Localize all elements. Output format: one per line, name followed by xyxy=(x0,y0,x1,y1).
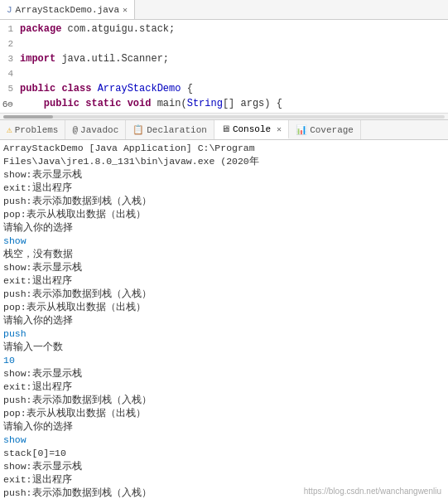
tab-console-label: Console xyxy=(233,124,271,134)
editor-tab-label: ArrayStackDemo.java xyxy=(16,5,119,15)
code-line-4: 4 xyxy=(0,66,448,81)
tab-javadoc[interactable]: @ Javadoc xyxy=(65,120,126,139)
coverage-icon: 📊 xyxy=(296,124,307,135)
console-header-line: ArrayStackDemo [Java Application] C:\Pro… xyxy=(3,142,445,168)
line-number: 1 xyxy=(0,24,20,34)
watermark: https://blog.csdn.net/wanchangwenliu xyxy=(304,487,441,496)
editor-tab-bar: J ArrayStackDemo.java ✕ xyxy=(0,0,448,20)
console-line: show:表示显示栈 xyxy=(3,367,445,380)
tab-coverage-label: Coverage xyxy=(310,125,354,135)
tab-declaration-label: Declaration xyxy=(147,125,207,135)
console-line: 栈空，没有数据 xyxy=(3,248,445,261)
line-number: 5 xyxy=(0,84,20,94)
tab-console[interactable]: 🖥 Console ✕ xyxy=(214,120,289,139)
console-line: stack[0]=10 xyxy=(3,447,445,460)
javadoc-icon: @ xyxy=(72,125,78,135)
console-line: exit:退出程序 xyxy=(3,380,445,394)
console-line: 请输入你的选择 xyxy=(3,420,445,434)
console-line: 请输入一个数 xyxy=(3,341,445,354)
console-line: show xyxy=(3,434,445,447)
console-line: push:表示添加数据到栈（入栈） xyxy=(3,394,445,407)
declaration-icon: 📋 xyxy=(132,124,144,135)
scrollbar-track xyxy=(3,115,445,119)
editor-area: J ArrayStackDemo.java ✕ 1 package com.at… xyxy=(0,0,448,120)
code-line-6: 6⊖ public static void main(String[] args… xyxy=(0,96,448,111)
tab-declaration[interactable]: 📋 Declaration xyxy=(126,120,214,139)
editor-tab-close[interactable]: ✕ xyxy=(123,5,128,15)
console-line: pop:表示从栈取出数据（出栈） xyxy=(3,301,445,314)
code-line-3: 3 import java.util.Scanner; xyxy=(0,51,448,66)
panel-tab-bar: ⚠ Problems @ Javadoc 📋 Declaration 🖥 Con… xyxy=(0,120,448,140)
tab-problems[interactable]: ⚠ Problems xyxy=(0,120,65,139)
console-line: show:表示显示栈 xyxy=(3,261,445,274)
console-line: push xyxy=(3,327,445,341)
code-line-1: 1 package com.atguigu.stack; xyxy=(0,22,448,36)
console-icon: 🖥 xyxy=(221,124,230,134)
line-number: 6⊖ xyxy=(0,99,20,109)
line-text: public class ArrayStackDemo { xyxy=(20,83,193,94)
editor-scrollbar[interactable] xyxy=(0,113,448,119)
console-line: exit:退出程序 xyxy=(3,473,445,487)
line-text: public static void main(String[] args) { xyxy=(20,98,282,109)
console-line: push:表示添加数据到栈（入栈） xyxy=(3,288,445,301)
console-line: pop:表示从栈取出数据（出栈） xyxy=(3,407,445,420)
console-line: exit:退出程序 xyxy=(3,274,445,288)
console-output: ArrayStackDemo [Java Application] C:\Pro… xyxy=(0,140,448,499)
console-line: show:表示显示栈 xyxy=(3,460,445,473)
console-line: pop:表示从栈取出数据（出栈） xyxy=(3,208,445,221)
line-number: 4 xyxy=(0,69,20,79)
tab-javadoc-label: Javadoc xyxy=(80,125,118,135)
line-text: import java.util.Scanner; xyxy=(20,53,169,65)
editor-tab[interactable]: J ArrayStackDemo.java ✕ xyxy=(0,0,135,19)
tab-problems-label: Problems xyxy=(15,125,59,135)
line-number: 3 xyxy=(0,54,20,64)
console-line: show xyxy=(3,235,445,248)
console-line: 10 xyxy=(3,354,445,367)
tab-coverage[interactable]: 📊 Coverage xyxy=(289,120,361,139)
console-line: show:表示显示栈 xyxy=(3,168,445,182)
line-text: package com.atguigu.stack; xyxy=(20,23,175,35)
editor-code-area: 1 package com.atguigu.stack; 2 3 import … xyxy=(0,20,448,113)
console-line: 请输入你的选择 xyxy=(3,221,445,235)
bottom-panel: ⚠ Problems @ Javadoc 📋 Declaration 🖥 Con… xyxy=(0,120,448,499)
problems-icon: ⚠ xyxy=(7,124,12,135)
code-line-5: 5 public class ArrayStackDemo { xyxy=(0,81,448,96)
console-line: push:表示添加数据到栈（入栈） xyxy=(3,195,445,208)
console-line: exit:退出程序 xyxy=(3,182,445,195)
line-number: 2 xyxy=(0,39,20,49)
console-tab-close[interactable]: ✕ xyxy=(277,124,282,134)
code-line-2: 2 xyxy=(0,36,448,51)
java-file-icon: J xyxy=(7,5,12,15)
scrollbar-thumb xyxy=(3,115,53,119)
console-line: 请输入你的选择 xyxy=(3,314,445,327)
